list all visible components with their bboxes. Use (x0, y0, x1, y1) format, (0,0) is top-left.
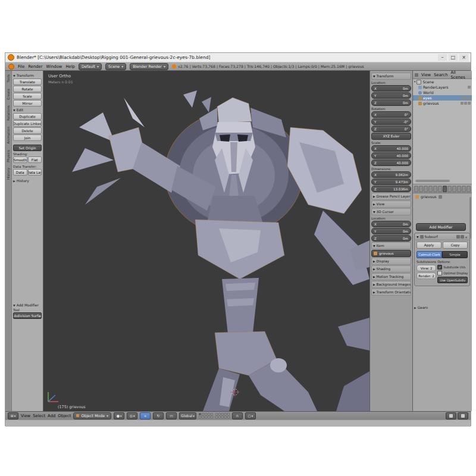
timeline-strip[interactable] (5, 419, 471, 427)
transform-panel-header[interactable]: ▼ Transform (13, 74, 42, 77)
selectable-arrow-icon[interactable] (464, 96, 467, 99)
render-engine-dropdown[interactable]: Blender Render ▾ (130, 63, 168, 70)
edit-panel-header[interactable]: ▼ Edit (13, 108, 42, 112)
dimensions-x-field[interactable]: X 9.062m (371, 171, 411, 178)
grease-pencil-panel-header[interactable]: ▶ Grease Pencil Layers (371, 193, 411, 200)
tab-constraints-icon[interactable] (438, 186, 442, 192)
menu-help[interactable]: Help (65, 64, 75, 69)
outliner-row-scene[interactable]: ▾ Scene (413, 79, 472, 84)
modifier-render-toggle-icon[interactable] (456, 235, 460, 239)
viewport-shading-dropdown[interactable]: ● ▾ (114, 412, 124, 419)
properties-scrollbar[interactable] (469, 197, 471, 239)
layer-dot[interactable] (205, 413, 207, 415)
set-origin-button[interactable]: Set Origin (13, 145, 42, 151)
layer-dot[interactable] (202, 413, 204, 415)
viewport-menu-object[interactable]: Object (58, 414, 71, 418)
modifier-view-toggle-icon[interactable] (461, 235, 464, 239)
layer-dot[interactable] (224, 413, 227, 415)
outliner-display-mode-dropdown[interactable]: All Scenes (451, 70, 471, 80)
scale-y-field[interactable]: Y 40.000 (371, 152, 411, 159)
layer-dot[interactable] (202, 416, 204, 418)
layer-dot[interactable] (211, 416, 213, 418)
history-panel-header[interactable]: ▶ History (13, 179, 42, 183)
render-camera-icon[interactable] (468, 102, 471, 105)
layer-dot[interactable] (224, 416, 227, 418)
scale-z-field[interactable]: Z 40.000 (371, 159, 411, 166)
snap-toggle-button[interactable]: ∩ (232, 412, 243, 419)
opengl-render-animation-button[interactable] (458, 412, 468, 419)
tab-physics[interactable]: Physics (7, 150, 10, 162)
cursor-z-field[interactable]: Z 0m (371, 235, 411, 242)
tab-render-icon[interactable] (414, 186, 418, 192)
redo-panel-header[interactable]: ▼ Add Modifier (13, 303, 42, 307)
item-panel-header[interactable]: ▼ Item (371, 242, 411, 249)
blender-menu-icon[interactable] (8, 64, 14, 70)
tab-history[interactable]: History (7, 168, 10, 180)
modifier-header[interactable]: ▼ Subsurf × (415, 234, 469, 240)
tab-particles-icon[interactable] (462, 186, 466, 192)
viewport-menu-view[interactable]: View (21, 414, 30, 418)
editor-type-dropdown[interactable]: ⊞ ▾ (8, 412, 18, 419)
layer-dot[interactable] (211, 413, 213, 415)
outliner-menu-view[interactable]: View (421, 73, 431, 77)
apply-button[interactable]: Apply (416, 242, 441, 249)
add-modifier-dropdown[interactable]: Add Modifier (416, 223, 466, 231)
copy-button[interactable]: Copy (443, 242, 468, 249)
layer-dot[interactable] (227, 416, 230, 418)
tab-material-icon[interactable] (452, 186, 456, 192)
location-y-field[interactable]: Y 0m (371, 92, 411, 99)
screen-layout-dropdown[interactable]: Default ▾ (79, 63, 102, 70)
camera-restrict-icon[interactable] (468, 86, 471, 89)
orientation-dropdown[interactable]: Global ▾ (179, 412, 196, 419)
outliner-row-eyes[interactable]: eyes (413, 95, 472, 101)
mode-dropdown[interactable]: Object Mode ▾ (73, 412, 111, 419)
use-opensubdiv-button[interactable]: Use OpenSubdiv (437, 277, 468, 283)
layer-dot[interactable] (218, 413, 221, 415)
pivot-point-dropdown[interactable]: ◎ ▾ (127, 412, 137, 419)
close-button[interactable]: × (459, 54, 468, 61)
outliner-editor-icon[interactable] (415, 73, 418, 77)
transform-orientations-panel-header[interactable]: ▶ Transform Orientations (371, 289, 411, 296)
data-button[interactable]: Data (13, 169, 27, 176)
background-images-panel-header[interactable]: ▶ Background Images (371, 281, 411, 288)
visibility-eye-icon[interactable] (461, 96, 464, 99)
subdivide-uvs-checkbox[interactable]: ✓ Subdivide UVs (437, 265, 468, 270)
tab-world-icon[interactable] (428, 186, 433, 192)
flat-button[interactable]: Flat (28, 156, 42, 163)
rotation-y-field[interactable]: Y -0° (371, 118, 411, 125)
manipulator-translate-button[interactable]: + (140, 412, 151, 419)
outliner-row-renderlayers[interactable]: RenderLayers (413, 84, 472, 90)
layer-dot[interactable] (218, 416, 221, 418)
duplicate-button[interactable]: Duplicate (13, 113, 42, 120)
outliner-row-world[interactable]: World (413, 90, 472, 95)
gears-panel-header[interactable]: ▶ Gears (414, 306, 470, 309)
join-button[interactable]: Join (13, 134, 42, 141)
delete-button[interactable]: Delete (13, 127, 42, 134)
grievous-model[interactable] (43, 71, 369, 411)
tab-render-layers-icon[interactable] (419, 186, 423, 192)
tab-scene-icon[interactable] (424, 186, 428, 192)
tab-object-icon[interactable] (433, 186, 437, 192)
rotation-mode-dropdown[interactable]: XYZ Euler (371, 133, 411, 140)
transform-panel-header[interactable]: ▼ Transform (371, 73, 411, 80)
optimal-display-checkbox[interactable]: Optimal Display (437, 271, 468, 275)
location-z-field[interactable]: Z 0m (371, 99, 411, 106)
simple-button[interactable]: Simple (442, 251, 468, 258)
selectable-arrow-icon[interactable] (464, 102, 467, 105)
opengl-render-image-button[interactable] (446, 412, 456, 419)
cursor-y-field[interactable]: Y 0m (371, 228, 411, 234)
tab-modifiers-wrench-icon[interactable] (443, 186, 447, 192)
layer-dot[interactable] (221, 416, 224, 418)
manipulator-scale-button[interactable]: ▭ (166, 412, 177, 419)
menu-window[interactable]: Window (46, 64, 62, 69)
tab-create[interactable]: Create (7, 89, 10, 100)
render-camera-icon[interactable] (468, 96, 471, 99)
tab-object-data-icon[interactable] (447, 186, 452, 192)
shading-panel-header[interactable]: ▶ Shading (371, 265, 411, 273)
outliner-row-grievous[interactable]: grievous (413, 101, 472, 106)
menu-file[interactable]: File (18, 64, 24, 69)
proportional-edit-dropdown[interactable]: ○ ▾ (245, 412, 256, 419)
scale-x-field[interactable]: X 40.000 (371, 145, 411, 152)
motion-tracking-panel-header[interactable]: ▶ Motion Tracking (371, 273, 411, 280)
layer-dot[interactable] (199, 413, 201, 415)
